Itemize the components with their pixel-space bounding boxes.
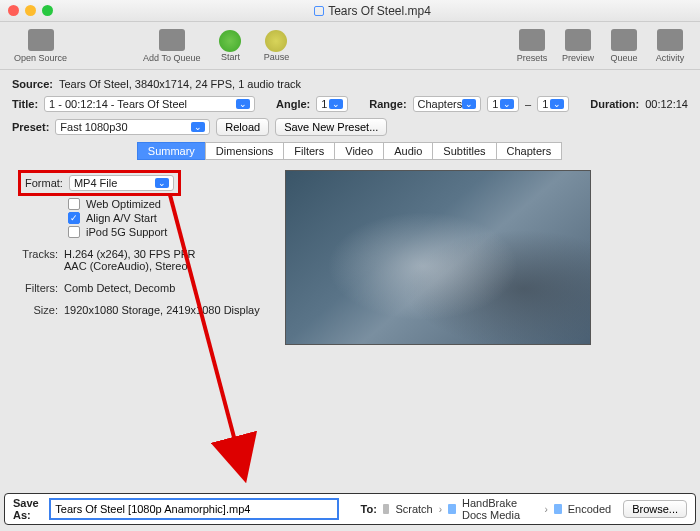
path-handbrake[interactable]: HandBrake Docs Media (462, 497, 538, 521)
chevron-down-icon: ⌄ (191, 122, 205, 132)
activity-label: Activity (656, 53, 685, 63)
presets-button[interactable]: Presets (510, 29, 554, 63)
main-toolbar: Open Source Add To Queue Start Pause Pre… (0, 22, 700, 70)
activity-button[interactable]: Activity (648, 29, 692, 63)
chevron-down-icon: ⌄ (155, 178, 169, 188)
title-label: Title: (12, 98, 38, 110)
close-window-button[interactable] (8, 5, 19, 16)
browse-button[interactable]: Browse... (623, 500, 687, 518)
range-label: Range: (369, 98, 406, 110)
open-source-icon (28, 29, 54, 51)
tracks-audio: AAC (CoreAudio), Stereo (64, 260, 195, 272)
presets-icon (519, 29, 545, 51)
add-queue-icon (159, 29, 185, 51)
chevron-down-icon: ⌄ (329, 99, 343, 109)
chevron-down-icon: ⌄ (550, 99, 564, 109)
tab-filters[interactable]: Filters (283, 142, 335, 160)
duration-label: Duration: (590, 98, 639, 110)
bottom-bar: Save As: To: Scratch › HandBrake Docs Me… (4, 493, 696, 525)
window-title-text: Tears Of Steel.mp4 (328, 4, 431, 18)
presets-label: Presets (517, 53, 548, 63)
video-preview (285, 170, 591, 345)
source-value: Tears Of Steel, 3840x1714, 24 FPS, 1 aud… (59, 78, 301, 90)
chevron-down-icon: ⌄ (236, 99, 250, 109)
folder-icon (448, 504, 456, 514)
chevron-down-icon: ⌄ (500, 99, 514, 109)
titlebar: Tears Of Steel.mp4 (0, 0, 700, 22)
path-encoded[interactable]: Encoded (568, 503, 611, 515)
pause-label: Pause (264, 52, 290, 62)
tracks-label: Tracks: (18, 248, 58, 272)
tab-audio[interactable]: Audio (383, 142, 433, 160)
tab-dimensions[interactable]: Dimensions (205, 142, 284, 160)
queue-label: Queue (610, 53, 637, 63)
pause-button[interactable]: Pause (254, 30, 298, 62)
chevron-right-icon: › (439, 504, 442, 515)
to-label: To: (361, 503, 377, 515)
open-source-label: Open Source (14, 53, 67, 63)
chevron-right-icon: › (544, 504, 547, 515)
filters-value: Comb Detect, Decomb (64, 282, 175, 294)
window-controls (8, 5, 53, 16)
title-select[interactable]: 1 - 00:12:14 - Tears Of Steel⌄ (44, 96, 255, 112)
ipod-checkbox[interactable] (68, 226, 80, 238)
preview-label: Preview (562, 53, 594, 63)
range-mode-value: Chapters (418, 98, 463, 110)
file-icon (314, 6, 324, 16)
source-label: Source: (12, 78, 53, 90)
range-mode-select[interactable]: Chapters⌄ (413, 96, 482, 112)
range-to-select[interactable]: 1⌄ (537, 96, 569, 112)
ipod-label: iPod 5G Support (86, 226, 167, 238)
activity-icon (657, 29, 683, 51)
tab-summary[interactable]: Summary (137, 142, 206, 160)
format-select[interactable]: MP4 File⌄ (69, 175, 174, 191)
start-button[interactable]: Start (208, 30, 252, 62)
window-title: Tears Of Steel.mp4 (53, 4, 692, 18)
angle-value: 1 (321, 98, 327, 110)
tab-chapters[interactable]: Chapters (496, 142, 563, 160)
web-optimized-checkbox[interactable] (68, 198, 80, 210)
tab-video[interactable]: Video (334, 142, 384, 160)
format-value: MP4 File (74, 177, 117, 189)
size-label: Size: (18, 304, 58, 316)
chevron-down-icon: ⌄ (462, 99, 476, 109)
zoom-window-button[interactable] (42, 5, 53, 16)
folder-icon (554, 504, 562, 514)
path-scratch[interactable]: Scratch (395, 503, 432, 515)
add-to-queue-button[interactable]: Add To Queue (137, 29, 206, 63)
reload-button[interactable]: Reload (216, 118, 269, 136)
preset-value: Fast 1080p30 (60, 121, 127, 133)
range-dash: – (525, 98, 531, 110)
pause-icon (265, 30, 287, 52)
tab-subtitles[interactable]: Subtitles (432, 142, 496, 160)
format-highlight-box: Format: MP4 File⌄ (18, 170, 181, 196)
angle-select[interactable]: 1⌄ (316, 96, 348, 112)
filters-label: Filters: (18, 282, 58, 294)
play-icon (219, 30, 241, 52)
range-to-value: 1 (542, 98, 548, 110)
start-label: Start (221, 52, 240, 62)
align-av-checkbox[interactable]: ✓ (68, 212, 80, 224)
queue-icon (611, 29, 637, 51)
duration-value: 00:12:14 (645, 98, 688, 110)
align-av-label: Align A/V Start (86, 212, 157, 224)
save-as-label: Save As: (13, 497, 43, 521)
save-new-preset-button[interactable]: Save New Preset... (275, 118, 387, 136)
preview-button[interactable]: Preview (556, 29, 600, 63)
minimize-window-button[interactable] (25, 5, 36, 16)
web-optimized-label: Web Optimized (86, 198, 161, 210)
save-as-input[interactable] (49, 498, 339, 520)
add-queue-label: Add To Queue (143, 53, 200, 63)
preset-label: Preset: (12, 121, 49, 133)
open-source-button[interactable]: Open Source (8, 29, 73, 63)
range-from-select[interactable]: 1⌄ (487, 96, 519, 112)
source-row: Source: Tears Of Steel, 3840x1714, 24 FP… (12, 78, 688, 90)
disk-icon (383, 504, 390, 514)
preset-select[interactable]: Fast 1080p30⌄ (55, 119, 210, 135)
angle-label: Angle: (276, 98, 310, 110)
format-label: Format: (25, 177, 63, 189)
queue-button[interactable]: Queue (602, 29, 646, 63)
tracks-video: H.264 (x264), 30 FPS PFR (64, 248, 195, 260)
tab-bar: Summary Dimensions Filters Video Audio S… (12, 142, 688, 160)
range-from-value: 1 (492, 98, 498, 110)
